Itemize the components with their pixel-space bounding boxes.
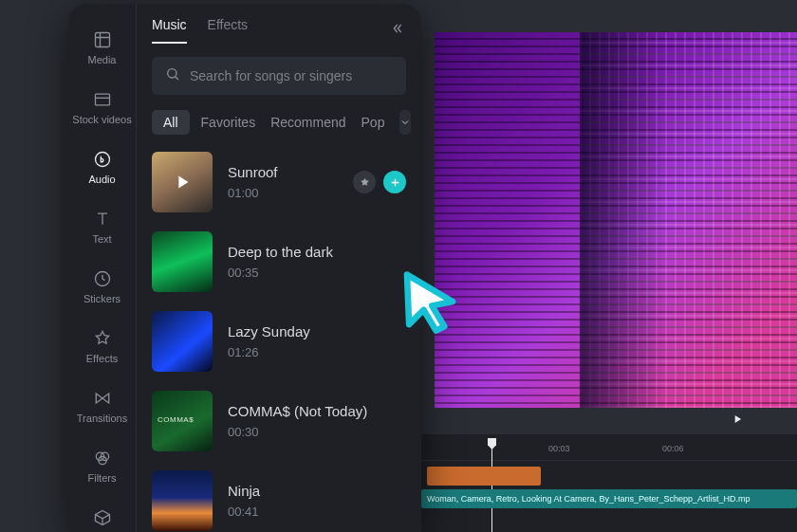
tab-effects[interactable]: Effects (208, 17, 249, 44)
song-title: Deep to the dark (228, 244, 333, 260)
song-item[interactable]: Lazy Sunday 01:26 (152, 311, 406, 372)
song-thumbnail[interactable] (152, 152, 213, 212)
song-thumbnail[interactable] (152, 391, 213, 451)
song-thumbnail[interactable] (152, 470, 213, 531)
timeline-clip[interactable] (427, 467, 541, 486)
filters-icon (93, 449, 112, 468)
chip-pop[interactable]: Pop (361, 115, 385, 130)
nav-stock-videos[interactable]: Stock videos (68, 79, 136, 138)
nav-effects[interactable]: Effects (68, 318, 136, 377)
tab-music[interactable]: Music (152, 17, 187, 44)
favorite-button[interactable] (353, 171, 376, 193)
song-duration: 00:35 (228, 266, 333, 280)
search-input[interactable] (190, 68, 393, 83)
nav-label: Stickers (83, 293, 120, 304)
play-icon (152, 152, 213, 212)
library-icon (93, 508, 112, 527)
transport-bar (408, 408, 797, 434)
stock-videos-icon (93, 90, 112, 109)
song-duration: 00:30 (228, 425, 367, 439)
nav-transitions[interactable]: Transitions (68, 377, 136, 437)
song-thumbnail[interactable] (152, 231, 213, 292)
collapse-panel-button[interactable] (387, 21, 406, 40)
media-icon (93, 30, 112, 49)
text-icon (93, 210, 112, 229)
category-chips: All Favorites Recommend Pop (152, 110, 406, 135)
song-item[interactable]: Ninja 00:41 (152, 470, 406, 531)
transitions-icon (93, 389, 112, 408)
song-title: Lazy Sunday (228, 323, 310, 339)
search-bar[interactable] (152, 57, 406, 95)
chip-recommend[interactable]: Recommend (270, 115, 345, 130)
svg-rect-1 (95, 94, 109, 105)
timeline-clip[interactable]: Woman, Camera, Retro, Looking At Camera,… (421, 489, 797, 508)
right-area: 00:03 00:06 Woman, Camera, Retro, Lookin… (408, 0, 797, 532)
ruler-tick: 00:03 (548, 444, 570, 453)
cursor-illustration (397, 268, 463, 339)
song-item[interactable]: COMMA$ (Not Today) 00:30 (152, 391, 406, 451)
audio-panel: Music Effects All Favorites Recommend Po… (137, 4, 421, 532)
panel-tabs: Music Effects (152, 17, 248, 44)
add-button[interactable] (383, 171, 406, 193)
song-item[interactable]: Sunroof 01:00 (152, 152, 406, 212)
video-preview[interactable] (435, 32, 797, 408)
nav-text[interactable]: Text (68, 198, 136, 258)
song-duration: 01:26 (228, 345, 310, 359)
chip-more-button[interactable] (399, 110, 411, 135)
timeline[interactable]: 00:03 00:06 Woman, Camera, Retro, Lookin… (408, 434, 797, 532)
effects-icon (93, 329, 112, 348)
song-duration: 00:41 (228, 504, 260, 519)
song-title: Sunroof (228, 164, 278, 180)
nav-filters[interactable]: Filters (68, 437, 136, 497)
nav-label: Audio (88, 174, 115, 185)
svg-point-7 (168, 69, 176, 78)
nav-label: Transitions (77, 413, 127, 424)
song-title: COMMA$ (Not Today) (228, 403, 367, 419)
ruler-tick: 00:06 (662, 444, 684, 453)
chip-favorites[interactable]: Favorites (201, 115, 256, 130)
nav-label: Text (92, 233, 111, 245)
left-panel: Media Stock videos Audio Text Stickers E… (68, 4, 421, 532)
stickers-icon (93, 269, 112, 288)
timeline-ruler[interactable]: 00:03 00:06 (408, 440, 797, 461)
search-icon (165, 66, 180, 85)
play-button[interactable] (731, 413, 744, 430)
song-list: Sunroof 01:00 Deep to the dark 00:35 (152, 152, 406, 531)
nav-label: Filters (88, 472, 117, 484)
nav-column: Media Stock videos Audio Text Stickers E… (68, 4, 137, 532)
nav-label: Media (88, 54, 117, 65)
song-thumbnail[interactable] (152, 311, 213, 372)
chip-all[interactable]: All (152, 110, 190, 135)
song-item[interactable]: Deep to the dark 00:35 (152, 231, 406, 292)
nav-media[interactable]: Media (68, 19, 136, 79)
song-duration: 01:00 (228, 186, 278, 200)
nav-audio[interactable]: Audio (68, 138, 136, 198)
nav-stickers[interactable]: Stickers (68, 258, 136, 318)
nav-label: Stock videos (72, 114, 131, 125)
timeline-tracks[interactable]: Woman, Camera, Retro, Looking At Camera,… (408, 461, 797, 527)
nav-library[interactable]: Library (68, 497, 136, 532)
nav-label: Effects (86, 353, 118, 364)
audio-icon (93, 150, 112, 169)
svg-rect-0 (95, 33, 109, 47)
song-title: Ninja (228, 483, 260, 499)
